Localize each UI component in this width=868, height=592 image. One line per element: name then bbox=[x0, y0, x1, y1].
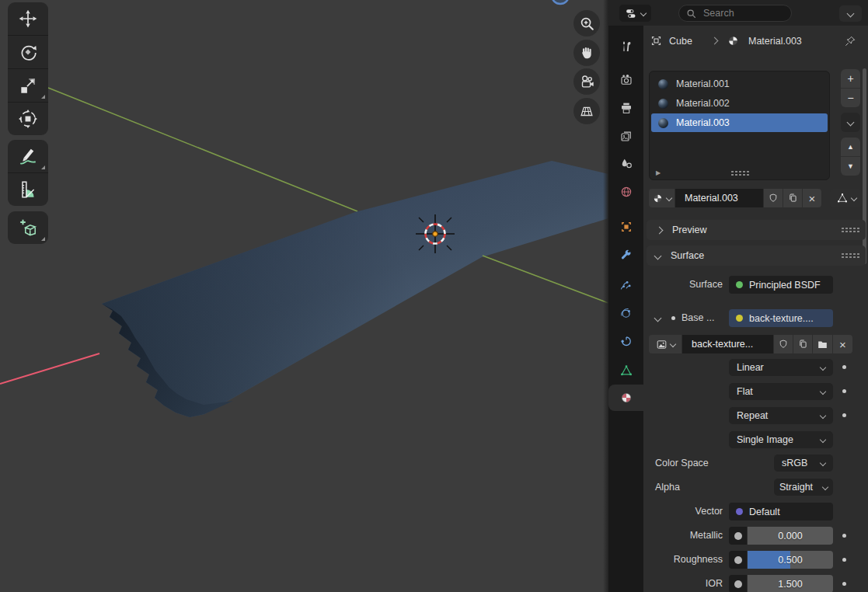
panel-drag-grip[interactable] bbox=[841, 252, 859, 259]
search-icon bbox=[686, 9, 696, 19]
roughness-slider[interactable]: 0.500 bbox=[748, 551, 833, 569]
duplicate-image-button[interactable] bbox=[793, 335, 812, 353]
tab-scene[interactable] bbox=[608, 151, 643, 176]
alpha-dropdown[interactable]: Straight bbox=[774, 479, 833, 496]
annotate-tool-button[interactable] bbox=[8, 140, 48, 172]
material-slot-row[interactable]: Material.001 bbox=[651, 75, 828, 93]
scale-tool-button[interactable] bbox=[8, 68, 48, 102]
annotate-icon bbox=[18, 146, 38, 166]
3d-cursor bbox=[416, 214, 455, 253]
unlink-image-button[interactable]: × bbox=[833, 335, 852, 353]
tab-particles[interactable] bbox=[608, 272, 643, 297]
list-filter-toggle[interactable]: ▶ bbox=[656, 169, 661, 176]
move-slot-up-button[interactable]: ▲ bbox=[841, 138, 860, 156]
view-layer-icon bbox=[619, 129, 633, 143]
move-slot-down-button[interactable]: ▼ bbox=[841, 156, 860, 176]
projection-dropdown[interactable]: Flat bbox=[729, 383, 833, 400]
tab-tool[interactable] bbox=[608, 34, 643, 59]
decorator-dot[interactable] bbox=[842, 534, 846, 538]
link-material-toggle[interactable] bbox=[830, 189, 862, 207]
material-name-field[interactable]: Material.003 bbox=[675, 189, 763, 207]
image-fake-user-button[interactable] bbox=[774, 335, 793, 353]
transform-tool-button[interactable] bbox=[8, 102, 48, 135]
rotate-tool-button[interactable] bbox=[8, 35, 48, 68]
fake-user-shield-button[interactable] bbox=[764, 189, 783, 207]
surface-label: Surface bbox=[643, 276, 723, 294]
search-box[interactable] bbox=[678, 5, 792, 22]
modifiers-wrench-icon bbox=[619, 249, 633, 263]
pin-icon[interactable] bbox=[844, 35, 856, 47]
decorator-dot[interactable] bbox=[842, 389, 846, 393]
metallic-slider[interactable]: 0.000 bbox=[748, 527, 833, 545]
extension-dropdown[interactable]: Repeat bbox=[729, 407, 833, 424]
image-name-field[interactable]: back-texture... bbox=[682, 335, 773, 353]
tab-object[interactable] bbox=[608, 214, 643, 239]
chevron-down-icon bbox=[666, 195, 672, 201]
properties-header bbox=[608, 0, 868, 26]
editor-type-button[interactable] bbox=[619, 5, 651, 22]
tab-render[interactable] bbox=[608, 68, 643, 92]
add-cube-icon bbox=[18, 218, 38, 238]
tab-material[interactable] bbox=[608, 385, 643, 411]
decorator-dot[interactable] bbox=[842, 413, 846, 417]
source-dropdown[interactable]: Single Image bbox=[729, 431, 833, 448]
pan-view-button[interactable] bbox=[573, 40, 600, 66]
camera-icon bbox=[578, 73, 595, 90]
metallic-socket[interactable] bbox=[729, 527, 747, 545]
ior-slider[interactable]: 1.500 bbox=[748, 575, 833, 592]
slot-move-group: ▲ ▼ bbox=[841, 138, 860, 176]
roughness-socket[interactable] bbox=[729, 551, 747, 569]
ior-socket[interactable] bbox=[729, 575, 747, 592]
color-space-dropdown[interactable]: sRGB bbox=[774, 454, 833, 472]
decorator-dot[interactable] bbox=[842, 558, 846, 562]
camera-view-button[interactable] bbox=[573, 68, 600, 95]
nav-gizmo-partial[interactable] bbox=[552, 0, 569, 4]
add-slot-button[interactable]: + bbox=[841, 69, 860, 88]
tab-view-layer[interactable] bbox=[608, 124, 643, 148]
base-color-texture-button[interactable]: back-texture.... bbox=[729, 309, 833, 327]
move-icon bbox=[18, 9, 38, 29]
material-slot-row[interactable]: Material.002 bbox=[651, 94, 828, 113]
measure-tool-button[interactable] bbox=[8, 172, 48, 206]
header-dropdown-button[interactable] bbox=[839, 5, 862, 22]
browse-material-button[interactable] bbox=[649, 189, 675, 207]
remove-slot-button[interactable]: − bbox=[841, 88, 860, 107]
tab-output[interactable] bbox=[608, 96, 643, 120]
grid-ortho-icon bbox=[578, 103, 595, 120]
axis-y-line-left bbox=[48, 88, 357, 211]
zoom-view-button[interactable] bbox=[573, 10, 600, 37]
decorator-dot[interactable] bbox=[842, 365, 846, 369]
slot-specials-button[interactable] bbox=[841, 113, 860, 132]
open-image-button[interactable] bbox=[813, 335, 832, 353]
panel-drag-grip[interactable] bbox=[841, 227, 859, 233]
interpolation-dropdown[interactable]: Linear bbox=[729, 359, 833, 376]
tab-physics[interactable] bbox=[608, 301, 643, 326]
surface-shader-button[interactable]: Principled BSDF bbox=[729, 276, 833, 294]
decorator-dot[interactable] bbox=[842, 582, 846, 586]
3d-viewport[interactable] bbox=[0, 0, 608, 592]
particles-icon bbox=[619, 277, 633, 291]
material-slot-row-selected[interactable]: Material.003 bbox=[651, 113, 828, 132]
material-slot-list: Material.001 Material.002 Material.003 ▶ bbox=[649, 71, 830, 180]
move-tool-button[interactable] bbox=[8, 2, 48, 35]
chevron-down-icon bbox=[820, 413, 826, 419]
material-sphere-icon bbox=[652, 193, 664, 204]
preview-panel-header[interactable]: Preview bbox=[647, 220, 866, 240]
vector-input-button[interactable]: Default bbox=[729, 503, 833, 521]
measure-icon bbox=[18, 179, 38, 200]
axis-x-line bbox=[0, 353, 99, 384]
browse-image-button[interactable] bbox=[649, 335, 682, 353]
unlink-material-button[interactable]: × bbox=[803, 189, 821, 207]
tab-object-data[interactable] bbox=[608, 358, 643, 383]
add-cube-tool-button[interactable] bbox=[8, 211, 48, 244]
viewport-panel-divider[interactable] bbox=[603, 0, 608, 592]
duplicate-material-button[interactable] bbox=[783, 189, 802, 207]
tab-world[interactable] bbox=[608, 179, 643, 204]
tab-constraints[interactable] bbox=[608, 329, 643, 354]
search-input[interactable] bbox=[702, 7, 783, 19]
chevron-down-icon[interactable] bbox=[654, 315, 662, 322]
surface-panel-header[interactable]: Surface bbox=[647, 246, 866, 266]
list-resize-grip[interactable] bbox=[730, 170, 749, 176]
tab-modifiers[interactable] bbox=[608, 243, 643, 268]
orthographic-view-button[interactable] bbox=[573, 98, 600, 124]
